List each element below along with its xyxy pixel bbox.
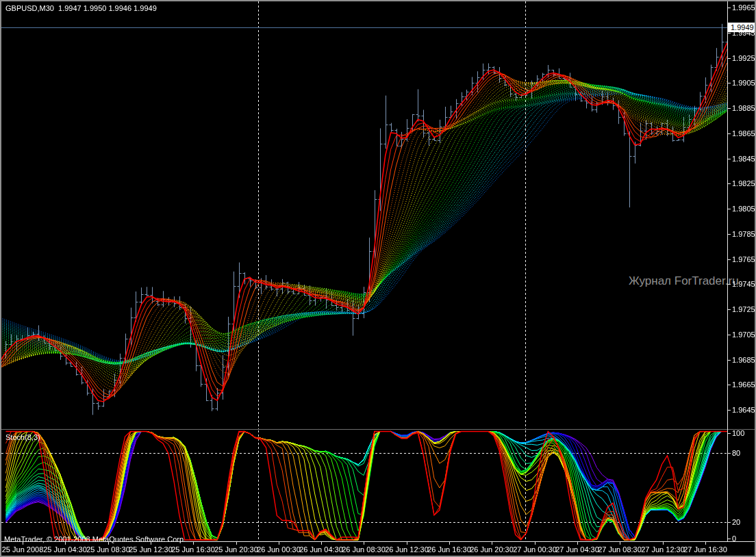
- stoch-tick-label: 100: [732, 429, 744, 437]
- price-tick-mark: [727, 159, 731, 159]
- stochastic-panel-canvas[interactable]: [1, 430, 727, 541]
- panel-separator[interactable]: [1, 429, 755, 430]
- time-tick-mark: [193, 542, 194, 545]
- price-tick-mark: [727, 33, 731, 34]
- time-axis[interactable]: 25 Jun 200825 Jun 04:3025 Jun 08:3025 Ju…: [1, 542, 755, 556]
- time-tick-mark: [535, 542, 536, 545]
- price-tick-label: 1.9745: [732, 280, 755, 288]
- price-chart-canvas[interactable]: [1, 1, 727, 430]
- price-tick-label: 1.9825: [732, 179, 755, 187]
- time-tick-mark: [151, 542, 151, 545]
- price-tick-label: 1.9785: [732, 230, 755, 238]
- time-tick-mark: [321, 542, 322, 545]
- price-tick-label: 1.9705: [732, 331, 755, 339]
- stoch-tick-mark: [727, 522, 731, 523]
- time-label: 27 Jun 16:30: [675, 545, 736, 554]
- price-tick-mark: [727, 335, 731, 335]
- stochastic-axis: 10080200: [728, 430, 755, 541]
- time-tick-mark: [492, 542, 492, 545]
- price-tick-label: 1.9805: [732, 205, 755, 213]
- chart-window: Журнал ForTrader.ru GBPUSD,M30 1.9947 1.…: [0, 0, 756, 557]
- price-tick-mark: [727, 309, 731, 310]
- time-tick-mark: [620, 542, 620, 545]
- price-tick-mark: [727, 133, 731, 134]
- stoch-tick-label: 80: [732, 449, 740, 457]
- current-price-tag: 1.9949: [728, 23, 755, 32]
- price-tick-label: 1.9765: [732, 255, 755, 263]
- price-tick-mark: [727, 183, 731, 184]
- indicator-label: Stoch(8,3): [5, 433, 40, 441]
- price-tick-mark: [727, 284, 731, 285]
- price-tick-label: 1.9685: [732, 356, 755, 364]
- price-tick-mark: [727, 360, 731, 361]
- time-tick-mark: [364, 542, 364, 545]
- price-tick-label: 1.9725: [732, 305, 755, 313]
- time-tick-mark: [407, 542, 407, 545]
- price-tick-label: 1.9885: [732, 104, 755, 112]
- time-tick-mark: [577, 542, 578, 545]
- price-tick-label: 1.9925: [732, 54, 755, 62]
- price-tick-mark: [727, 410, 731, 411]
- time-tick-mark: [108, 542, 109, 545]
- price-tick-mark: [727, 83, 731, 83]
- price-tick-mark: [727, 385, 731, 385]
- price-tick-label: 1.9965: [732, 3, 755, 12]
- chart-title: GBPUSD,M30 1.9947 1.9950 1.9946 1.9949: [5, 4, 157, 12]
- stoch-tick-mark: [727, 433, 731, 434]
- time-tick-mark: [449, 542, 450, 545]
- price-tick-label: 1.9645: [732, 406, 755, 414]
- price-tick-label: 1.9905: [732, 79, 755, 87]
- price-tick-mark: [727, 209, 731, 209]
- time-tick-mark: [279, 542, 279, 545]
- time-tick-mark: [23, 542, 23, 545]
- price-tick-mark: [727, 8, 731, 8]
- price-tick-label: 1.9845: [732, 155, 755, 163]
- price-tick-label: 1.9665: [732, 380, 755, 389]
- price-tick-label: 1.9865: [732, 129, 755, 138]
- stoch-tick-mark: [727, 539, 731, 539]
- price-tick-mark: [727, 259, 731, 260]
- stoch-tick-mark: [727, 453, 731, 454]
- price-tick-mark: [727, 58, 731, 59]
- time-tick-mark: [705, 542, 706, 545]
- stoch-tick-label: 20: [732, 518, 740, 526]
- time-tick-mark: [236, 542, 237, 545]
- time-tick-mark: [65, 542, 66, 545]
- price-tick-mark: [727, 108, 731, 109]
- time-tick-mark: [663, 542, 664, 545]
- price-tick-mark: [727, 234, 731, 235]
